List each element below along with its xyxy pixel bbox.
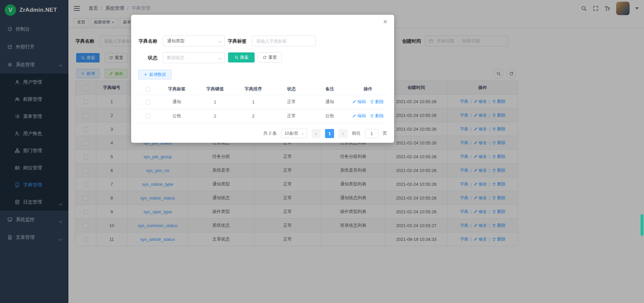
refresh-icon [263, 55, 267, 59]
table-row: 公告22正常公告编辑删除 [138, 109, 387, 123]
delete-link[interactable]: 删除 [370, 99, 384, 105]
goto-label: 前往 [352, 130, 361, 136]
add-dict-data-button[interactable]: 新增数据 [138, 70, 171, 79]
edit-link[interactable]: 编辑 [352, 113, 366, 119]
dialog-dict-label-label: 字典标签 [225, 36, 247, 46]
prev-page-button[interactable]: ‹ [312, 129, 321, 138]
dict-data-table: 字典标签 字典键值 字典排序 状态 备注 操作 通知11正常通知编辑删除 公告2… [138, 83, 387, 123]
select-all-header [138, 83, 158, 95]
cell-dict-value: 1 [196, 95, 234, 109]
page-unit-label: 页 [383, 130, 387, 136]
page-scrollbar-thumb[interactable] [641, 214, 643, 236]
delete-link[interactable]: 删除 [370, 113, 384, 119]
chevron-down-icon [302, 132, 304, 135]
cell-dict-sort: 2 [234, 109, 272, 123]
cell-remark: 通知 [311, 95, 349, 109]
chevron-down-icon [218, 56, 222, 59]
col-dict-value: 字典键值 [196, 83, 234, 95]
page-1-button[interactable]: 1 [325, 129, 334, 138]
cell-status: 正常 [272, 109, 311, 123]
col-dict-sort: 字典排序 [234, 83, 272, 95]
data-status-select[interactable]: 数据状态 [163, 52, 225, 63]
dialog-pagination: 共 2 条 10条/页 ‹ 1 › 前往 页 [138, 129, 387, 138]
total-count: 共 2 条 [263, 130, 277, 136]
close-icon[interactable]: × [383, 18, 387, 26]
cell-dict-sort: 1 [234, 95, 272, 109]
cell-ops: 编辑删除 [349, 95, 387, 109]
dict-data-dialog: × 字典名称 通知类型 字典标签 状态 数据状态 搜索 重置 新增数据 字典标签… [131, 15, 394, 143]
dialog-search-button[interactable]: 搜索 [228, 52, 255, 62]
select-placeholder: 数据状态 [167, 55, 184, 61]
col-ops: 操作 [349, 83, 387, 95]
selected-value: 10条/页 [284, 131, 298, 136]
dict-type-select[interactable]: 通知类型 [163, 36, 225, 46]
dialog-status-label: 状态 [136, 52, 157, 63]
cell-dict-label: 通知 [158, 95, 196, 109]
page-size-select[interactable]: 10条/页 [281, 129, 307, 138]
search-icon [234, 55, 238, 59]
selected-value: 通知类型 [167, 38, 184, 44]
pencil-icon [352, 100, 356, 104]
row-checkbox[interactable] [146, 114, 150, 119]
cell-remark: 公告 [311, 109, 349, 123]
col-status: 状态 [272, 83, 311, 95]
table-row: 通知11正常通知编辑删除 [138, 95, 387, 109]
dict-label-input[interactable] [252, 36, 316, 46]
row-checkbox[interactable] [146, 100, 150, 104]
cell-dict-label: 公告 [158, 109, 196, 123]
trash-icon [370, 114, 374, 118]
cell-ops: 编辑删除 [349, 109, 387, 123]
dialog-reset-button[interactable]: 重置 [258, 52, 282, 62]
cell-dict-value: 2 [196, 109, 234, 123]
select-all-checkbox[interactable] [146, 87, 150, 92]
next-page-button[interactable]: › [338, 129, 347, 138]
goto-page-input[interactable] [365, 129, 378, 138]
cell-status: 正常 [272, 95, 311, 109]
col-remark: 备注 [311, 83, 349, 95]
dialog-dict-name-label: 字典名称 [136, 36, 157, 46]
table-header-row: 字典标签 字典键值 字典排序 状态 备注 操作 [138, 83, 387, 95]
col-dict-label: 字典标签 [158, 83, 196, 95]
pencil-icon [352, 114, 356, 118]
edit-link[interactable]: 编辑 [352, 99, 366, 105]
chevron-down-icon [218, 39, 222, 43]
trash-icon [370, 100, 374, 104]
plus-icon [144, 73, 148, 77]
